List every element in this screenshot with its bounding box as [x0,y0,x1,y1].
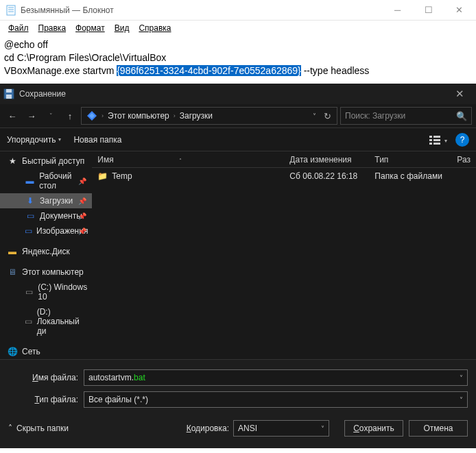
chevron-down-icon[interactable]: ˅ [460,374,463,382]
drive-icon: ▭ [25,287,34,297]
cancel-button[interactable]: Отмена [409,420,468,437]
svg-rect-11 [429,143,432,145]
pin-icon: 📌 [78,212,86,220]
dialog-nav: ← → ˅ ↑ › Этот компьютер › Загрузки ˅ ↻ … [0,104,476,127]
svg-rect-14 [433,143,440,145]
pin-icon: 📌 [78,228,86,235]
tree-this-pc[interactable]: 🖥Этот компьютер [0,265,92,280]
svg-rect-12 [433,136,440,138]
notepad-menubar: Файл Правка Формат Вид Справка [0,21,476,36]
tree-pictures[interactable]: ▭Изображения📌 [0,223,92,238]
dialog-titlebar: Сохранение ✕ [0,84,476,104]
svg-rect-5 [6,89,12,93]
nav-forward-button[interactable]: → [23,108,40,124]
minimize-button[interactable]: ─ [382,0,413,21]
maximize-button[interactable]: ☐ [413,0,444,21]
filename-label: Имя файла: [8,373,84,382]
document-icon: ▭ [25,211,36,221]
tree-desktop[interactable]: ▬Рабочий стол📌 [0,169,92,193]
desktop-icon: ▬ [25,176,35,186]
nav-recent-button[interactable]: ˅ [43,108,59,124]
list-rows[interactable]: 📁Temp Сб 06.08.22 16:18 Папка с файлами [92,168,476,359]
selected-text: {986f6251-3324-4cbd-902f-7e0552a62869} [117,65,301,76]
tree-drive-c[interactable]: ▭(C:) Windows 10 [0,280,92,304]
svg-rect-9 [429,136,432,138]
filetype-select[interactable]: Все файлы (*.*) ˅ [84,391,468,408]
pin-icon: 📌 [78,197,86,205]
notepad-editor[interactable]: @echo off cd C:\Program Files\Oracle\Vir… [0,36,476,84]
help-button[interactable]: ? [455,133,469,147]
tree-drive-d[interactable]: ▭(D:) Локальный ди [0,304,92,339]
menu-file[interactable]: Файл [4,22,33,34]
save-button[interactable]: Сохранить [344,420,403,437]
crumb-root[interactable]: Этот компьютер [106,111,171,121]
drive-icon: ▭ [25,317,33,326]
pin-icon: 📌 [78,177,86,185]
breadcrumb[interactable]: › Этот компьютер › Загрузки ˅ ↻ [81,107,337,125]
svg-rect-10 [429,139,432,141]
dialog-bottom: Имя файла: autostartvm.bat ˅ Тип файла: … [0,359,476,416]
filetype-label: Тип файла: [8,395,84,404]
search-input[interactable]: Поиск: Загрузки 🔍 [340,107,472,125]
notepad-title: Безымянный — Блокнот [21,5,382,15]
folder-icon: ▬ [7,247,18,256]
svg-rect-6 [6,95,12,99]
svg-rect-0 [7,5,15,15]
col-date[interactable]: Дата изменения [284,155,369,164]
refresh-button[interactable]: ↻ [321,111,334,121]
search-icon: 🔍 [456,111,467,121]
tree-yandex-disk[interactable]: ▬Яндекс.Диск [0,244,92,259]
new-folder-button[interactable]: Новая папка [73,135,121,145]
folder-icon: 📁 [97,171,108,181]
hide-folders-button[interactable]: ˄Скрыть папки [8,424,69,433]
close-button[interactable]: ✕ [444,0,475,21]
nav-up-button[interactable]: ↑ [62,108,78,124]
notepad-titlebar: Безымянный — Блокнот ─ ☐ ✕ [0,0,476,21]
list-header: Имя ˄ Дата изменения Тип Раз [92,151,476,168]
view-button[interactable]: ▾ [429,135,449,145]
menu-edit[interactable]: Правка [34,22,71,34]
save-icon [3,88,15,100]
star-icon: ★ [7,156,18,166]
menu-format[interactable]: Формат [71,22,109,34]
col-name[interactable]: Имя ˄ [92,155,284,164]
network-icon: 🌐 [7,347,18,356]
svg-rect-13 [433,139,440,141]
nav-tree: ★Быстрый доступ ▬Рабочий стол📌 ⬇Загрузки… [0,151,92,359]
tree-quick-access[interactable]: ★Быстрый доступ [0,154,92,169]
breadcrumb-dropdown-icon[interactable]: ˅ [310,112,319,120]
chevron-down-icon[interactable]: ˅ [460,396,463,404]
chevron-down-icon[interactable]: ˅ [321,425,324,432]
chevron-up-icon: ˄ [8,424,12,433]
sort-indicator-icon: ˄ [178,158,183,164]
encoding-label: Кодировка: [187,424,229,433]
dialog-title: Сохранение [19,89,446,99]
file-list: Имя ˄ Дата изменения Тип Раз 📁Temp Сб 06… [92,151,476,359]
col-type[interactable]: Тип [369,155,451,164]
dialog-toolbar: Упорядочить▾ Новая папка ▾ ? [0,127,476,151]
organize-button[interactable]: Упорядочить▾ [7,135,61,145]
list-item[interactable]: 📁Temp Сб 06.08.22 16:18 Папка с файлами [92,168,476,184]
nav-back-button[interactable]: ← [4,108,21,124]
pc-icon [84,110,99,122]
dialog-body: ★Быстрый доступ ▬Рабочий стол📌 ⬇Загрузки… [0,151,476,359]
pc-icon: 🖥 [7,267,18,277]
crumb-folder[interactable]: Загрузки [178,111,215,121]
download-icon: ⬇ [25,196,36,206]
encoding-select[interactable]: ANSI ˅ [233,420,329,437]
filename-input[interactable]: autostartvm.bat ˅ [84,369,468,386]
search-placeholder: Поиск: Загрузки [345,111,405,121]
notepad-icon [5,5,16,16]
tree-downloads[interactable]: ⬇Загрузки📌 [0,193,92,208]
tree-network[interactable]: 🌐Сеть [0,344,92,359]
menu-view[interactable]: Вид [110,22,134,34]
col-size[interactable]: Раз [451,155,476,164]
dialog-actions: ˄Скрыть папки Кодировка: ANSI ˅ Сохранит… [0,416,476,445]
svg-text:▾: ▾ [444,138,447,144]
menu-help[interactable]: Справка [134,22,175,34]
tree-documents[interactable]: ▭Документы📌 [0,208,92,223]
save-dialog: Сохранение ✕ ← → ˅ ↑ › Этот компьютер › … [0,84,476,448]
pictures-icon: ▭ [25,226,32,236]
dialog-close-button[interactable]: ✕ [446,84,473,104]
